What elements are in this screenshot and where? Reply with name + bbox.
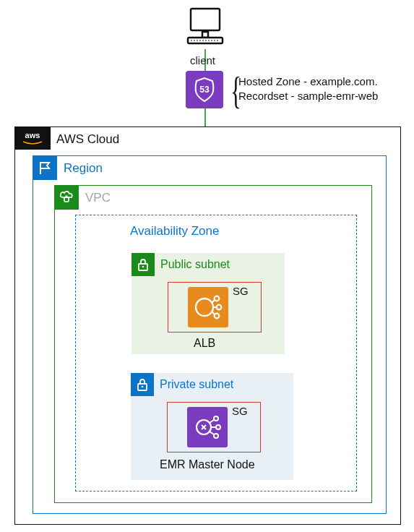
svg-line-27 bbox=[210, 432, 214, 434]
svg-point-13 bbox=[215, 314, 220, 319]
svg-point-10 bbox=[196, 299, 213, 316]
hosted-zone-text: Hosted Zone - example.com. bbox=[238, 74, 378, 89]
svg-point-11 bbox=[215, 296, 220, 301]
route53-annotation: Hosted Zone - example.com. Recordset - s… bbox=[238, 74, 378, 104]
svg-rect-0 bbox=[191, 9, 220, 30]
availability-zone-label: Availability Zone bbox=[130, 224, 219, 239]
svg-text:aws: aws bbox=[25, 131, 40, 140]
recordset-text: Recordset - sample-emr-web bbox=[238, 89, 378, 103]
svg-point-18 bbox=[142, 386, 144, 388]
vpc-icon bbox=[54, 185, 79, 210]
aws-cloud-label: AWS Cloud bbox=[56, 132, 119, 147]
emr-sg-label: SG bbox=[232, 405, 248, 417]
svg-rect-7 bbox=[64, 197, 69, 202]
svg-line-16 bbox=[212, 312, 215, 314]
svg-line-25 bbox=[210, 420, 214, 423]
client-icon bbox=[185, 6, 225, 52]
region-label: Region bbox=[64, 161, 103, 176]
svg-point-23 bbox=[216, 425, 220, 429]
public-subnet-label: Public subnet bbox=[160, 258, 230, 271]
svg-point-22 bbox=[214, 416, 218, 421]
svg-point-24 bbox=[214, 434, 218, 438]
aws-logo-badge: aws bbox=[14, 126, 51, 150]
private-subnet-icon bbox=[131, 373, 154, 396]
client-label: client bbox=[190, 54, 215, 66]
emr-icon bbox=[187, 407, 228, 447]
svg-point-12 bbox=[217, 305, 222, 310]
region-icon bbox=[33, 155, 57, 180]
svg-text:53: 53 bbox=[199, 85, 210, 95]
alb-sg-label: SG bbox=[233, 285, 249, 297]
emr-label: EMR Master Node bbox=[160, 458, 255, 471]
route53-icon: 53 bbox=[186, 71, 223, 108]
alb-label: ALB bbox=[194, 337, 215, 350]
public-subnet-icon bbox=[131, 253, 155, 276]
svg-point-9 bbox=[142, 266, 145, 268]
svg-line-14 bbox=[212, 300, 215, 303]
vpc-label: VPC bbox=[85, 191, 111, 205]
private-subnet-label: Private subnet bbox=[160, 378, 233, 391]
alb-icon bbox=[188, 287, 228, 327]
